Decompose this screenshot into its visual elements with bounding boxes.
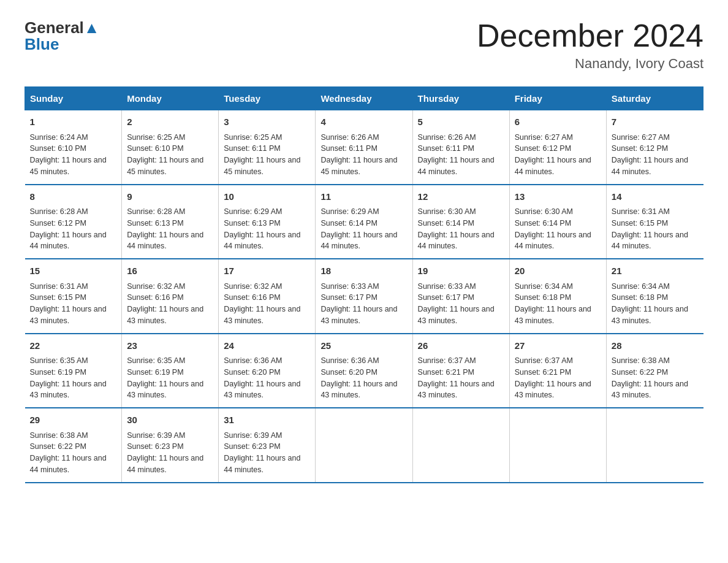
day-sunset: Sunset: 6:18 PM (612, 293, 668, 302)
calendar-week-row: 15 Sunrise: 6:31 AM Sunset: 6:15 PM Dayl… (25, 259, 703, 334)
day-sunset: Sunset: 6:14 PM (320, 219, 377, 228)
day-sunrise: Sunrise: 6:32 AM (224, 282, 282, 291)
day-sunset: Sunset: 6:11 PM (320, 144, 377, 153)
day-daylight: Daylight: 11 hours and 45 minutes. (224, 156, 300, 176)
day-daylight: Daylight: 11 hours and 43 minutes. (224, 305, 300, 325)
day-sunrise: Sunrise: 6:34 AM (515, 282, 573, 291)
calendar-table: Sunday Monday Tuesday Wednesday Thursday… (25, 86, 703, 483)
day-daylight: Daylight: 11 hours and 44 minutes. (224, 231, 300, 251)
day-sunset: Sunset: 6:13 PM (224, 219, 280, 228)
table-row: 23 Sunrise: 6:35 AM Sunset: 6:19 PM Dayl… (122, 334, 219, 408)
day-sunrise: Sunrise: 6:31 AM (612, 207, 670, 216)
day-sunset: Sunset: 6:14 PM (418, 219, 474, 228)
day-daylight: Daylight: 11 hours and 43 minutes. (30, 380, 107, 400)
day-number: 23 (127, 339, 213, 353)
table-row: 2 Sunrise: 6:25 AM Sunset: 6:10 PM Dayli… (122, 110, 219, 185)
table-row: 5 Sunrise: 6:26 AM Sunset: 6:11 PM Dayli… (412, 110, 509, 185)
day-number: 21 (612, 264, 699, 278)
day-sunset: Sunset: 6:12 PM (515, 144, 571, 153)
logo: General ▲ Blue (25, 18, 100, 54)
table-row: 28 Sunrise: 6:38 AM Sunset: 6:22 PM Dayl… (606, 334, 703, 408)
table-row: 16 Sunrise: 6:32 AM Sunset: 6:16 PM Dayl… (122, 259, 219, 334)
day-daylight: Daylight: 11 hours and 44 minutes. (30, 231, 107, 251)
day-sunset: Sunset: 6:19 PM (127, 368, 183, 377)
day-sunrise: Sunrise: 6:28 AM (127, 207, 185, 216)
col-saturday: Saturday (606, 87, 703, 110)
calendar-week-row: 8 Sunrise: 6:28 AM Sunset: 6:12 PM Dayli… (25, 185, 703, 259)
day-sunrise: Sunrise: 6:25 AM (224, 133, 282, 142)
day-sunset: Sunset: 6:22 PM (30, 442, 86, 451)
day-number: 2 (127, 115, 213, 129)
calendar-header-row: Sunday Monday Tuesday Wednesday Thursday… (25, 87, 703, 110)
table-row: 12 Sunrise: 6:30 AM Sunset: 6:14 PM Dayl… (412, 185, 509, 259)
day-number: 17 (224, 264, 310, 278)
day-sunrise: Sunrise: 6:35 AM (127, 356, 185, 365)
day-number: 8 (30, 190, 117, 204)
day-number: 4 (320, 115, 407, 129)
day-sunrise: Sunrise: 6:24 AM (30, 133, 88, 142)
day-daylight: Daylight: 11 hours and 43 minutes. (515, 380, 591, 400)
day-sunset: Sunset: 6:12 PM (30, 219, 86, 228)
table-row: 21 Sunrise: 6:34 AM Sunset: 6:18 PM Dayl… (606, 259, 703, 334)
day-sunrise: Sunrise: 6:33 AM (418, 282, 476, 291)
day-daylight: Daylight: 11 hours and 43 minutes. (127, 305, 203, 325)
table-row: 13 Sunrise: 6:30 AM Sunset: 6:14 PM Dayl… (509, 185, 606, 259)
table-row: 25 Sunrise: 6:36 AM Sunset: 6:20 PM Dayl… (316, 334, 412, 408)
day-sunrise: Sunrise: 6:27 AM (612, 133, 670, 142)
day-sunrise: Sunrise: 6:29 AM (224, 207, 282, 216)
day-number: 20 (515, 264, 601, 278)
day-sunset: Sunset: 6:22 PM (612, 368, 668, 377)
day-number: 28 (612, 339, 699, 353)
table-row: 22 Sunrise: 6:35 AM Sunset: 6:19 PM Dayl… (25, 334, 122, 408)
day-sunrise: Sunrise: 6:32 AM (127, 282, 185, 291)
col-friday: Friday (509, 87, 606, 110)
col-wednesday: Wednesday (316, 87, 412, 110)
day-daylight: Daylight: 11 hours and 43 minutes. (30, 305, 107, 325)
day-sunrise: Sunrise: 6:35 AM (30, 356, 88, 365)
day-sunrise: Sunrise: 6:33 AM (320, 282, 379, 291)
day-number: 19 (418, 264, 504, 278)
col-tuesday: Tuesday (219, 87, 316, 110)
table-row (606, 408, 703, 483)
page-header: General ▲ Blue December 2024 Nanandy, Iv… (25, 18, 703, 72)
day-daylight: Daylight: 11 hours and 44 minutes. (320, 231, 397, 251)
day-sunset: Sunset: 6:21 PM (515, 368, 571, 377)
day-sunrise: Sunrise: 6:31 AM (30, 282, 88, 291)
day-sunset: Sunset: 6:16 PM (224, 293, 280, 302)
day-number: 3 (224, 115, 310, 129)
day-sunset: Sunset: 6:17 PM (320, 293, 377, 302)
day-number: 13 (515, 190, 601, 204)
day-daylight: Daylight: 11 hours and 43 minutes. (612, 380, 688, 400)
day-number: 31 (224, 413, 310, 427)
day-daylight: Daylight: 11 hours and 43 minutes. (320, 305, 397, 325)
calendar-week-row: 29 Sunrise: 6:38 AM Sunset: 6:22 PM Dayl… (25, 408, 703, 483)
table-row: 3 Sunrise: 6:25 AM Sunset: 6:11 PM Dayli… (219, 110, 316, 185)
day-sunrise: Sunrise: 6:29 AM (320, 207, 379, 216)
day-number: 27 (515, 339, 601, 353)
day-daylight: Daylight: 11 hours and 44 minutes. (418, 231, 495, 251)
day-sunset: Sunset: 6:17 PM (418, 293, 474, 302)
day-daylight: Daylight: 11 hours and 45 minutes. (127, 156, 203, 176)
day-sunset: Sunset: 6:23 PM (127, 442, 183, 451)
table-row: 10 Sunrise: 6:29 AM Sunset: 6:13 PM Dayl… (219, 185, 316, 259)
day-daylight: Daylight: 11 hours and 45 minutes. (30, 156, 107, 176)
day-daylight: Daylight: 11 hours and 44 minutes. (612, 156, 688, 176)
table-row: 11 Sunrise: 6:29 AM Sunset: 6:14 PM Dayl… (316, 185, 412, 259)
day-number: 24 (224, 339, 310, 353)
day-daylight: Daylight: 11 hours and 43 minutes. (320, 380, 397, 400)
day-daylight: Daylight: 11 hours and 43 minutes. (418, 380, 495, 400)
table-row: 29 Sunrise: 6:38 AM Sunset: 6:22 PM Dayl… (25, 408, 122, 483)
day-sunrise: Sunrise: 6:36 AM (224, 356, 282, 365)
day-daylight: Daylight: 11 hours and 44 minutes. (127, 231, 203, 251)
day-sunset: Sunset: 6:11 PM (224, 144, 280, 153)
day-sunrise: Sunrise: 6:37 AM (515, 356, 573, 365)
day-sunrise: Sunrise: 6:30 AM (418, 207, 476, 216)
table-row: 15 Sunrise: 6:31 AM Sunset: 6:15 PM Dayl… (25, 259, 122, 334)
day-sunset: Sunset: 6:21 PM (418, 368, 474, 377)
day-daylight: Daylight: 11 hours and 43 minutes. (127, 380, 203, 400)
table-row: 4 Sunrise: 6:26 AM Sunset: 6:11 PM Dayli… (316, 110, 412, 185)
day-daylight: Daylight: 11 hours and 45 minutes. (320, 156, 397, 176)
logo-text: General ▲ Blue (25, 18, 100, 54)
table-row: 1 Sunrise: 6:24 AM Sunset: 6:10 PM Dayli… (25, 110, 122, 185)
day-daylight: Daylight: 11 hours and 43 minutes. (224, 380, 300, 400)
